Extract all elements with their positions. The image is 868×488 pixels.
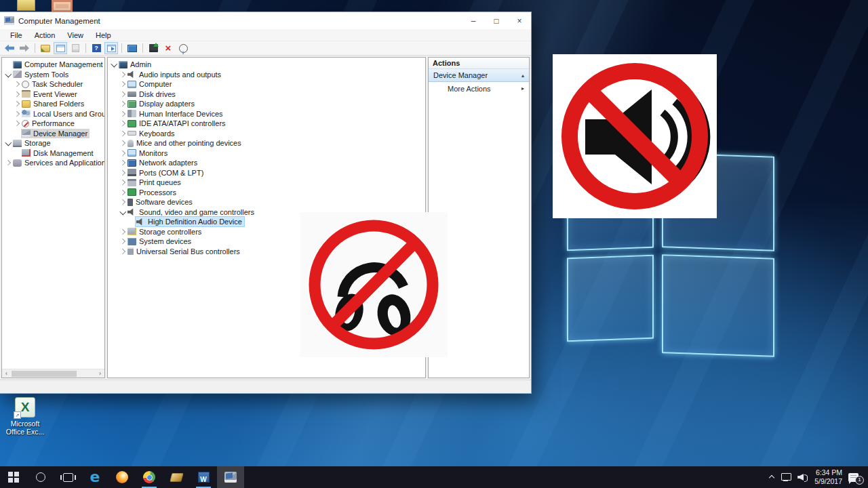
network-icon[interactable] <box>781 473 791 481</box>
device-tree-item-content[interactable]: Software devices <box>127 197 195 207</box>
chevron-right-icon[interactable] <box>119 169 127 177</box>
console-tree-item-content[interactable]: Device Manager <box>21 129 90 138</box>
chevron-right-icon[interactable] <box>119 119 127 127</box>
menu-item-file[interactable]: File <box>4 31 28 39</box>
device-tree-item-content[interactable]: Ports (COM & LPT) <box>127 168 205 178</box>
device-tree-item[interactable]: Admin <box>108 60 425 70</box>
device-tree-item-content[interactable]: Computer <box>127 79 174 89</box>
device-tree-item[interactable]: Network adapters <box>108 158 425 168</box>
device-tree-item[interactable]: Monitors <box>108 148 425 159</box>
device-tree-item[interactable]: Mice and other pointing devices <box>108 138 425 148</box>
console-tree-item-content[interactable]: Shared Folders <box>21 99 86 108</box>
console-tree-item[interactable]: Disk Management <box>2 148 104 159</box>
chevron-down-icon[interactable] <box>110 60 118 68</box>
scrollbar-thumb[interactable] <box>12 371 77 377</box>
monitor-button[interactable] <box>125 42 139 54</box>
console-tree-item[interactable]: Performance <box>2 119 104 129</box>
volume-icon[interactable] <box>797 473 808 481</box>
device-tree-item-content[interactable]: IDE ATA/ATAPI controllers <box>127 119 228 128</box>
device-tree-item-content[interactable]: Display adapters <box>127 99 197 108</box>
chevron-right-icon[interactable] <box>119 100 127 108</box>
taskbar-chrome-button[interactable] <box>136 466 163 488</box>
console-tree-item-content[interactable]: Disk Management <box>21 148 96 158</box>
chevron-right-icon[interactable] <box>119 188 127 197</box>
device-tree-item-content[interactable]: Print queues <box>127 178 183 187</box>
delete-button[interactable] <box>161 42 175 54</box>
forward-button[interactable] <box>18 42 31 54</box>
chevron-right-icon[interactable] <box>13 80 21 88</box>
chevron-down-icon[interactable] <box>4 70 12 79</box>
close-button[interactable]: × <box>508 12 531 29</box>
chevron-right-icon[interactable] <box>119 110 127 118</box>
taskbar-search-button[interactable] <box>27 466 54 488</box>
device-tree-item-content[interactable]: Processors <box>127 188 178 197</box>
console-tree-item-content[interactable]: Storage <box>12 138 53 148</box>
device-tree-item[interactable]: Keyboards <box>108 129 425 139</box>
properties-button[interactable] <box>68 42 82 54</box>
console-tree-item[interactable]: Event Viewer <box>2 89 104 100</box>
console-tree-item[interactable]: Computer Management (Local <box>2 60 104 70</box>
device-tree-item-content[interactable]: Storage controllers <box>127 227 203 237</box>
taskbar-computer-management-button[interactable] <box>217 466 244 488</box>
chevron-right-icon[interactable] <box>119 129 127 138</box>
console-tree-item-content[interactable]: Performance <box>21 119 77 128</box>
chevron-right-icon[interactable] <box>13 110 21 118</box>
chevron-right-icon[interactable] <box>119 237 127 245</box>
taskbar-start-button[interactable] <box>0 466 27 488</box>
console-tree-item-content[interactable]: Services and Applications <box>12 158 105 167</box>
device-tree-item[interactable]: Ports (COM & LPT) <box>108 168 425 178</box>
device-tree-item-content[interactable]: Keyboards <box>127 129 177 138</box>
console-tree-item-content[interactable]: Local Users and Groups <box>21 109 105 119</box>
device-tree-item-content[interactable]: System devices <box>127 237 193 246</box>
device-tree-item[interactable]: Computer <box>108 79 425 89</box>
chevron-right-icon[interactable] <box>13 100 21 108</box>
device-tree-item-content[interactable]: Network adapters <box>127 158 199 167</box>
device-tree-item[interactable]: Print queues <box>108 178 425 188</box>
chevron-right-icon[interactable] <box>119 90 127 98</box>
console-tree-item-content[interactable]: System Tools <box>12 70 71 79</box>
device-tree-item-content[interactable]: Admin <box>118 60 153 69</box>
taskbar-media-app-button[interactable] <box>163 466 190 488</box>
menu-item-view[interactable]: View <box>61 31 90 39</box>
device-tree-item[interactable]: Human Interface Devices <box>108 109 425 119</box>
chevron-right-icon[interactable] <box>4 159 12 167</box>
device-tree-item[interactable]: Processors <box>108 188 425 198</box>
listview-button[interactable] <box>104 42 118 54</box>
more-actions-item[interactable]: More Actions <box>429 82 529 95</box>
console-tree-item-content[interactable]: Task Scheduler <box>21 79 85 89</box>
action-center-icon[interactable]: 1 <box>848 473 859 482</box>
console-tree-item[interactable]: Task Scheduler <box>2 79 104 89</box>
scan-button[interactable] <box>146 42 160 54</box>
minimize-button[interactable]: – <box>462 12 485 29</box>
chevron-right-icon[interactable] <box>119 139 127 147</box>
device-tree-item[interactable]: Audio inputs and outputs <box>108 70 425 80</box>
horizontal-scrollbar[interactable] <box>2 369 104 378</box>
chevron-down-icon[interactable] <box>4 139 12 147</box>
help-button[interactable] <box>90 42 103 54</box>
panel-button[interactable] <box>54 42 67 54</box>
taskbar-firefox-button[interactable] <box>108 466 136 488</box>
chevron-down-icon[interactable] <box>119 208 127 216</box>
device-tree-item-content[interactable]: Mice and other pointing devices <box>127 138 243 148</box>
device-tree-item-content[interactable]: Universal Serial Bus controllers <box>127 247 242 256</box>
console-tree-item[interactable]: Shared Folders <box>2 99 104 109</box>
device-tree-item-content[interactable]: Disk drives <box>127 89 178 99</box>
console-tree-item[interactable]: Services and Applications <box>2 158 104 168</box>
device-tree-item[interactable]: IDE ATA/ATAPI controllers <box>108 119 425 129</box>
console-tree-item[interactable]: System Tools <box>2 70 104 80</box>
console-tree-item[interactable]: Storage <box>2 138 104 148</box>
device-tree-item[interactable]: Software devices <box>108 197 425 207</box>
console-tree-item-content[interactable]: Event Viewer <box>21 89 79 99</box>
device-tree-item-content[interactable]: Human Interface Devices <box>127 109 225 119</box>
taskbar-edge-button[interactable] <box>81 466 108 488</box>
console-tree-item[interactable]: Device Manager <box>2 129 104 139</box>
chevron-right-icon[interactable] <box>13 119 21 127</box>
maximize-button[interactable]: □ <box>485 12 508 29</box>
device-tree-item-content[interactable]: Monitors <box>127 148 170 158</box>
console-tree-item-content[interactable]: Computer Management (Local <box>12 60 105 69</box>
desktop-icon-excel[interactable]: Microsoft Office Exc... <box>3 397 47 436</box>
down-button[interactable] <box>176 42 190 54</box>
chevron-up-icon[interactable] <box>768 474 775 481</box>
chevron-right-icon[interactable] <box>119 70 127 79</box>
taskbar-word-button[interactable] <box>190 466 217 488</box>
